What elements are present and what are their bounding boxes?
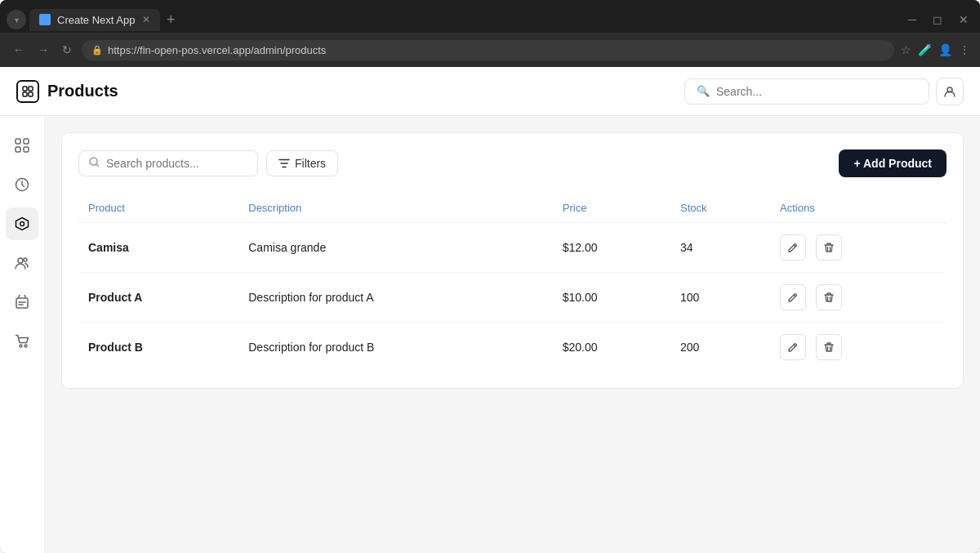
- maximize-button[interactable]: ◻: [928, 10, 947, 29]
- minimize-button[interactable]: ─: [903, 10, 921, 29]
- col-header-description: Description: [238, 194, 553, 223]
- sidebar-item-sales[interactable]: [6, 168, 38, 201]
- tab-dropdown[interactable]: ▾: [7, 10, 26, 29]
- svg-rect-0: [23, 87, 27, 91]
- col-header-stock: Stock: [670, 194, 770, 223]
- svg-point-14: [20, 345, 22, 347]
- search-products-box[interactable]: [78, 150, 258, 176]
- app-logo: Products: [16, 80, 118, 103]
- app-wrapper: Products 🔍: [0, 67, 980, 553]
- menu-icon[interactable]: ⋮: [959, 43, 970, 56]
- sidebar-item-orders[interactable]: [6, 286, 38, 319]
- svg-point-12: [24, 258, 27, 261]
- svg-rect-6: [24, 139, 29, 144]
- browser-window: ▾ Create Next App ✕ + ─ ◻ ✕ ← → ↻ 🔒 http…: [0, 0, 980, 553]
- browser-action-buttons: ☆ 🧪 👤 ⋮: [901, 43, 970, 56]
- svg-rect-3: [29, 92, 33, 96]
- search-products-input[interactable]: [106, 157, 247, 170]
- svg-rect-5: [16, 139, 20, 144]
- reload-button[interactable]: ↻: [59, 40, 75, 60]
- cell-description-1: Description for product A: [238, 273, 553, 323]
- profile-icon[interactable]: 👤: [938, 43, 952, 56]
- cell-price-0: $12.00: [553, 223, 670, 273]
- new-tab-button[interactable]: +: [163, 8, 179, 32]
- cell-product-1: Product A: [78, 273, 238, 323]
- app-body: Filters + Add Product Product Descriptio…: [0, 116, 980, 553]
- svg-rect-8: [24, 147, 29, 152]
- cell-product-2: Product B: [78, 323, 238, 372]
- svg-rect-2: [23, 92, 27, 96]
- cell-description-0: Camisa grande: [238, 223, 553, 273]
- cell-stock-1: 100: [670, 273, 770, 323]
- url-text: https://fin-open-pos.vercel.app/admin/pr…: [108, 44, 326, 56]
- add-product-button[interactable]: + Add Product: [839, 149, 947, 177]
- cell-stock-0: 34: [670, 223, 770, 273]
- edit-button-1[interactable]: [780, 284, 806, 310]
- lock-icon: 🔒: [91, 45, 103, 56]
- header-search-box[interactable]: 🔍: [684, 78, 929, 105]
- col-header-price: Price: [553, 194, 670, 223]
- search-icon: 🔍: [697, 85, 710, 97]
- table-row: Camisa Camisa grande $12.00 34: [78, 223, 947, 273]
- tab-title: Create Next App: [57, 14, 135, 26]
- col-header-actions: Actions: [770, 194, 947, 223]
- app-header: Products 🔍: [0, 67, 980, 116]
- address-bar-row: ← → ↻ 🔒 https://fin-open-pos.vercel.app/…: [0, 33, 980, 67]
- table-row: Product B Description for product B $20.…: [78, 323, 947, 372]
- edit-button-0[interactable]: [780, 234, 806, 261]
- svg-point-15: [24, 345, 27, 347]
- logo-icon: [16, 80, 39, 103]
- delete-button-2[interactable]: [816, 334, 842, 360]
- sidebar-item-cart[interactable]: [6, 325, 38, 358]
- svg-rect-1: [29, 87, 33, 91]
- bookmark-icon[interactable]: ☆: [901, 43, 911, 56]
- table-row: Product A Description for product A $10.…: [78, 273, 947, 323]
- svg-rect-13: [16, 298, 28, 308]
- table-header-row: Product Description Price Stock Actions: [78, 194, 947, 223]
- cell-actions-2: [770, 323, 947, 372]
- cell-stock-2: 200: [670, 323, 770, 372]
- address-bar[interactable]: 🔒 https://fin-open-pos.vercel.app/admin/…: [82, 40, 894, 60]
- window-controls: ─ ◻ ✕: [903, 10, 973, 29]
- header-search-input[interactable]: [716, 85, 917, 98]
- extensions-icon[interactable]: 🧪: [918, 43, 932, 56]
- close-window-button[interactable]: ✕: [954, 10, 973, 29]
- tab-favicon: [39, 14, 51, 25]
- header-search-area: 🔍: [684, 78, 964, 105]
- svg-point-11: [18, 258, 23, 263]
- delete-button-1[interactable]: [816, 284, 842, 310]
- forward-button[interactable]: →: [34, 40, 52, 60]
- active-tab[interactable]: Create Next App ✕: [29, 9, 160, 31]
- sidebar-item-products[interactable]: [6, 207, 38, 240]
- products-card: Filters + Add Product Product Descriptio…: [61, 132, 964, 389]
- products-table: Product Description Price Stock Actions …: [78, 194, 947, 372]
- cell-product-0: Camisa: [78, 223, 238, 273]
- svg-rect-7: [16, 147, 20, 152]
- main-content: Filters + Add Product Product Descriptio…: [45, 116, 980, 553]
- cell-price-1: $10.00: [553, 273, 670, 323]
- cell-actions-1: [770, 273, 947, 323]
- products-toolbar: Filters + Add Product: [78, 149, 947, 177]
- sidebar: [0, 116, 45, 553]
- filters-label: Filters: [295, 157, 326, 170]
- add-product-label: + Add Product: [853, 157, 932, 170]
- filters-button[interactable]: Filters: [266, 150, 338, 176]
- col-header-product: Product: [78, 194, 238, 223]
- tab-close-button[interactable]: ✕: [142, 14, 150, 25]
- sidebar-item-dashboard[interactable]: [6, 129, 38, 162]
- tab-bar: ▾ Create Next App ✕ + ─ ◻ ✕: [0, 0, 980, 33]
- user-avatar-button[interactable]: [936, 78, 964, 105]
- page-title: Products: [47, 82, 118, 100]
- delete-button-0[interactable]: [816, 234, 842, 261]
- edit-button-2[interactable]: [780, 334, 806, 360]
- cell-actions-0: [770, 223, 947, 273]
- search-products-icon: [89, 157, 100, 170]
- sidebar-item-customers[interactable]: [6, 247, 38, 279]
- cell-description-2: Description for product B: [238, 323, 553, 372]
- svg-point-10: [20, 222, 24, 226]
- cell-price-2: $20.00: [553, 323, 670, 372]
- back-button[interactable]: ←: [10, 40, 28, 60]
